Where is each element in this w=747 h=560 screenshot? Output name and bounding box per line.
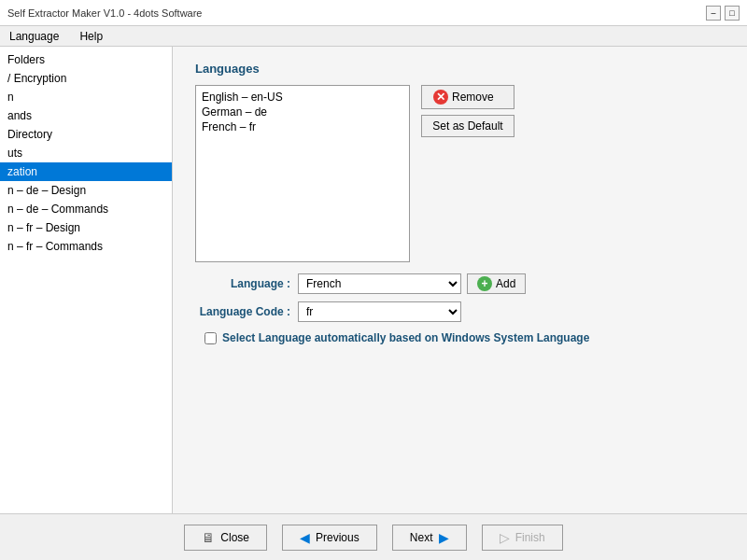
close-button[interactable]: 🖥 Close (184, 525, 267, 551)
language-code-label: Language Code : (195, 305, 298, 318)
sidebar-item-n-fr-design[interactable]: n – fr – Design (0, 218, 172, 237)
menu-language[interactable]: Language (4, 28, 64, 45)
sidebar-item-folders[interactable]: Folders (0, 50, 172, 69)
language-code-row: Language Code : fr en-US de (195, 301, 725, 322)
side-buttons: ✕ Remove Set as Default (421, 85, 514, 262)
finish-icon: ▷ (500, 530, 510, 545)
language-select[interactable]: French English German Spanish Italian (298, 273, 461, 294)
auto-language-checkbox[interactable] (204, 332, 217, 344)
finish-label: Finish (515, 531, 545, 544)
menu-help[interactable]: Help (74, 28, 108, 45)
next-icon: ▶ (439, 530, 449, 545)
title-bar: Self Extractor Maker V1.0 - 4dots Softwa… (0, 0, 747, 26)
sidebar-item-directory[interactable]: Directory (0, 125, 172, 144)
sidebar-item-security[interactable]: / Encryption (0, 69, 172, 88)
add-icon: + (477, 276, 492, 291)
lang-entry-de[interactable]: German – de (200, 105, 405, 119)
content-area: Languages English – en-US German – de Fr… (173, 47, 747, 513)
lang-entry-en[interactable]: English – en-US (200, 90, 405, 105)
window-controls: – □ (706, 6, 740, 21)
section-title: Languages (195, 62, 725, 76)
languages-row: English – en-US German – de French – fr … (195, 85, 725, 262)
remove-label: Remove (452, 91, 494, 104)
maximize-button[interactable]: □ (725, 6, 740, 21)
next-button[interactable]: Next ▶ (392, 525, 467, 551)
next-label: Next (410, 531, 433, 544)
window-title: Self Extractor Maker V1.0 - 4dots Softwa… (7, 7, 202, 19)
sidebar-item-uts[interactable]: uts (0, 144, 172, 162)
previous-button[interactable]: ◀ Previous (282, 525, 377, 551)
sidebar-item-localization[interactable]: zation (0, 162, 172, 181)
add-label: Add (496, 277, 515, 290)
close-icon: 🖥 (202, 530, 215, 545)
lang-entry-fr[interactable]: French – fr (200, 119, 405, 134)
main-content: Folders / Encryption n ands Directory ut… (0, 47, 747, 513)
sidebar-item-n-fr-commands[interactable]: n – fr – Commands (0, 237, 172, 256)
menu-bar: Language Help (0, 26, 747, 47)
language-row: Language : French English German Spanish… (195, 273, 725, 294)
set-default-button[interactable]: Set as Default (421, 115, 514, 137)
remove-icon: ✕ (433, 90, 448, 105)
sidebar-item-n-de-commands[interactable]: n – de – Commands (0, 200, 172, 218)
sidebar-item-n-de-design[interactable]: n – de – Design (0, 181, 172, 200)
language-label: Language : (195, 277, 298, 290)
language-code-select[interactable]: fr en-US de (298, 301, 461, 322)
previous-icon: ◀ (300, 530, 310, 545)
languages-listbox[interactable]: English – en-US German – de French – fr (195, 85, 410, 262)
previous-label: Previous (316, 531, 359, 544)
auto-language-label[interactable]: Select Language automatically based on W… (222, 331, 589, 344)
close-label: Close (220, 531, 249, 544)
bottom-bar: 🖥 Close ◀ Previous Next ▶ ▷ Finish (0, 513, 747, 560)
finish-button[interactable]: ▷ Finish (482, 525, 563, 551)
remove-button[interactable]: ✕ Remove (421, 85, 514, 109)
add-button[interactable]: + Add (467, 273, 526, 294)
sidebar-item-n[interactable]: n (0, 88, 172, 106)
auto-language-row: Select Language automatically based on W… (204, 331, 725, 344)
sidebar-item-commands[interactable]: ands (0, 106, 172, 125)
minimize-button[interactable]: – (706, 6, 721, 21)
sidebar: Folders / Encryption n ands Directory ut… (0, 47, 173, 513)
